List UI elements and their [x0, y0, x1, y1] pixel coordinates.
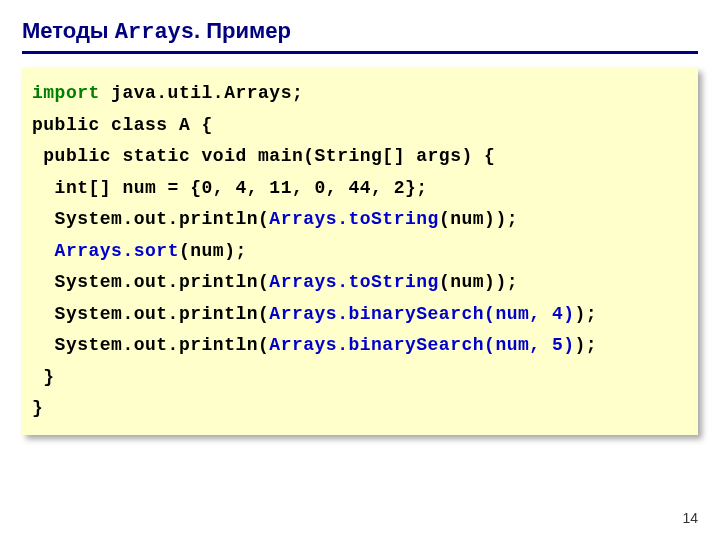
code-keyword-import: import: [32, 83, 100, 103]
code-text: System.out.println(: [32, 272, 269, 292]
code-text: public static void main(String[] args) {: [32, 146, 495, 166]
code-text: (num));: [439, 272, 518, 292]
title-code: Arrays: [115, 20, 194, 45]
code-text: (num));: [439, 209, 518, 229]
code-text: System.out.println(: [32, 209, 269, 229]
code-text: int[] num = {0, 4, 11, 0, 44, 2};: [32, 178, 428, 198]
title-part2: . Пример: [194, 18, 291, 43]
code-api-call: Arrays.sort: [55, 241, 179, 261]
code-text: }: [32, 398, 43, 418]
slide-title: Методы Arrays. Пример: [22, 18, 698, 54]
code-api-call: Arrays.binarySearch(num, 4): [269, 304, 574, 324]
code-api-call: Arrays.binarySearch(num, 5): [269, 335, 574, 355]
code-block: import java.util.Arrays; public class A …: [22, 68, 698, 435]
code-text: System.out.println(: [32, 335, 269, 355]
code-text: );: [575, 335, 598, 355]
code-api-call: Arrays.toString: [269, 272, 439, 292]
code-text: (num);: [179, 241, 247, 261]
code-text: java.util.Arrays;: [100, 83, 303, 103]
code-text: public class A {: [32, 115, 213, 135]
title-part1: Методы: [22, 18, 115, 43]
code-text: [32, 241, 55, 261]
code-text: System.out.println(: [32, 304, 269, 324]
code-text: );: [575, 304, 598, 324]
code-text: }: [32, 367, 55, 387]
page-number: 14: [682, 510, 698, 526]
code-api-call: Arrays.toString: [269, 209, 439, 229]
